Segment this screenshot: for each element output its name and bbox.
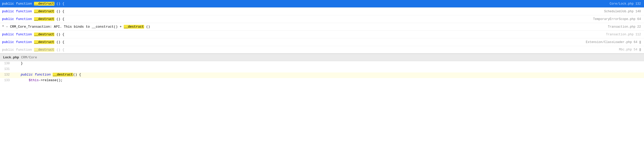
line-number-131: 131 (0, 67, 13, 71)
normal-5: () { (56, 40, 64, 44)
hl-destruct: __destruct (53, 73, 73, 77)
normal-3b: () (146, 25, 150, 29)
search-results-container: public function __destruct () { Core/Loc… (0, 0, 644, 84)
keyword-0: public function (2, 2, 32, 6)
line-content-130: } (13, 61, 644, 65)
highlight-2: __destruct (34, 17, 54, 21)
line-number-130: 130 (0, 62, 13, 65)
normal-4: () { (56, 33, 64, 36)
file-info-row-6: Mbc.php 54 (619, 48, 641, 51)
result-row-4[interactable]: public function __destruct () { Transact… (0, 31, 644, 38)
line-content-131 (13, 67, 644, 71)
kw-function: function (35, 73, 51, 77)
file-info-row-5: Extension/ClassLoader.php 64 (586, 40, 641, 44)
file-info-1: ScheduledJob.php 140 (604, 10, 641, 13)
scroll-indicator-6 (639, 48, 641, 51)
line-number-132: 132 (0, 73, 13, 77)
result-code-5: public function __destruct () { (2, 40, 581, 44)
result-code-0: public function __destruct () { (2, 2, 605, 6)
line-number-133: 133 (0, 79, 13, 82)
result-code-4: public function __destruct () { (2, 33, 601, 36)
preview-panel: Lock.php CRM/Core 130 } 131 132 public f… (0, 54, 644, 84)
normal-0: () { (56, 2, 64, 6)
file-info-6: Mbc.php 54 (619, 48, 637, 51)
line-content-132: public function __destruct() { (13, 73, 644, 77)
file-info-5: Extension/ClassLoader.php 64 (586, 40, 637, 44)
file-info-0: Core/Lock.php 132 (610, 2, 641, 6)
keyword-6: public function (2, 48, 32, 52)
result-row-0[interactable]: public function __destruct () { Core/Loc… (0, 0, 644, 8)
preview-code: 130 } 131 132 public function __destruct… (0, 61, 644, 84)
var-this: $this (29, 78, 39, 82)
result-row-3[interactable]: * - CRM_Core_Transaction: API. This bind… (0, 23, 644, 31)
highlight-6: __destruct (34, 48, 54, 52)
code-line-133: 133 $this->release(); (0, 78, 644, 84)
highlight-5: __destruct (34, 40, 54, 44)
result-row-1[interactable]: public function __destruct () { Schedule… (0, 8, 644, 15)
file-info-4: Transaction.php 112 (606, 33, 641, 36)
highlight-3: __destruct (124, 25, 144, 29)
normal-1: () { (56, 9, 64, 13)
normal-2: () { (56, 17, 64, 21)
preview-header: Lock.php CRM/Core (0, 54, 644, 61)
result-code-2: public function __destruct () { (2, 17, 588, 21)
kw-public: public (21, 73, 33, 77)
result-row-5[interactable]: public function __destruct () { Extensio… (0, 38, 644, 46)
highlight-4: __destruct (34, 33, 54, 36)
result-row-6[interactable]: public function __destruct () { Mbc.php … (0, 46, 644, 54)
code-line-131: 131 (0, 67, 644, 72)
highlight-0: __destruct (34, 2, 54, 6)
keyword-4: public function (2, 33, 32, 36)
normal-6: () { (56, 48, 64, 52)
result-row-2[interactable]: public function __destruct () { Temporar… (0, 15, 644, 23)
result-code-1: public function __destruct () { (2, 9, 599, 13)
code-line-132: 132 public function __destruct() { (0, 72, 644, 78)
result-code-6: public function __destruct () { (2, 48, 614, 52)
scroll-indicator-5 (639, 41, 641, 44)
method-release: release (43, 78, 57, 82)
file-info-2: TemporaryErrorScope.php 64 (593, 17, 641, 21)
highlight-1: __destruct (34, 9, 54, 13)
preview-filename: Lock.php (3, 56, 19, 59)
keyword-1: public function (2, 9, 32, 13)
file-info-3: Transaction.php 22 (608, 25, 641, 29)
keyword-2: public function (2, 17, 32, 21)
keyword-5: public function (2, 40, 32, 44)
line-content-133: $this->release(); (13, 78, 644, 82)
result-code-3: * - CRM_Core_Transaction: API. This bind… (2, 25, 603, 29)
code-line-130: 130 } (0, 61, 644, 67)
preview-path: CRM/Core (21, 56, 37, 59)
normal-3a: * - CRM_Core_Transaction: API. This bind… (2, 25, 124, 29)
